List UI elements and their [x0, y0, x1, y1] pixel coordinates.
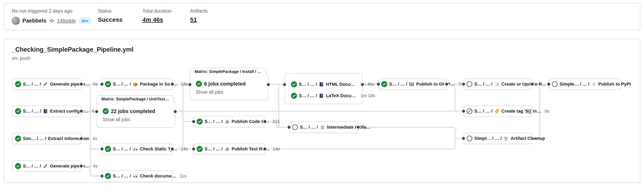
job-duration: 14s	[271, 146, 280, 152]
pencil-emoji-icon	[43, 163, 48, 169]
job-prefix: S… / … /	[389, 82, 407, 87]
connector-dot	[282, 83, 287, 87]
job-prefix: S… / … /	[204, 146, 222, 152]
show-all-jobs-link[interactable]: Show all jobs	[190, 87, 268, 95]
job-node-intermediate-artifacts[interactable]: S… / … / Intermediate Artifa…	[289, 122, 358, 133]
job-duration: 3s	[91, 82, 98, 87]
job-node-publish-code-coverage[interactable]: S… / … / Publish Code C… 22s	[194, 116, 265, 127]
rerun-label: Re-run triggered 2 days ago	[12, 8, 92, 14]
job-prefix: S… / … /	[299, 93, 317, 98]
job-node-extract-information[interactable]: Sim… / … / Extract Information 4s	[12, 133, 81, 144]
connector-dot	[170, 147, 174, 151]
skipped-icon	[292, 124, 298, 130]
success-icon	[15, 108, 21, 114]
matrix-summary: 6 jobs completed	[204, 81, 246, 87]
job-row-html-documentation[interactable]: S… / … / HTML Docu… 1m 46s	[291, 81, 362, 87]
success-icon	[196, 146, 203, 152]
connector-dot	[266, 83, 270, 87]
connector-dot	[287, 125, 291, 129]
success-icon	[105, 146, 111, 152]
connector-dot	[462, 82, 466, 86]
job-prefix: S… / … /	[113, 146, 131, 152]
connector-dot	[173, 110, 177, 114]
connector-dot	[188, 83, 192, 87]
books-emoji-icon	[409, 82, 414, 87]
connector-dot	[530, 82, 534, 86]
job-prefix: S… / … /	[23, 109, 41, 114]
connector-dot	[263, 119, 267, 124]
connector-dot	[79, 164, 84, 168]
avatar[interactable]	[12, 17, 20, 25]
job-duration: 1m 18s	[359, 93, 375, 98]
matrix-node-unittest[interactable]: 22 jobs completed Show all jobs	[96, 102, 175, 128]
job-node-check-static-typing[interactable]: S… / … / Check Static Ty… 14s	[102, 143, 172, 155]
artifacts-count-link[interactable]: 51	[190, 16, 208, 23]
job-label: Generate pipelin…	[50, 163, 89, 169]
success-icon	[105, 81, 111, 87]
wastebasket-emoji-icon	[320, 125, 325, 130]
success-icon	[381, 81, 387, 87]
job-node-artifact-cleanup[interactable]: Simpl… / … / Artifact Cleanup	[464, 133, 532, 144]
status-value: Success	[98, 16, 122, 23]
job-label: LaTeX Docu…	[326, 93, 356, 98]
connector-dot	[360, 83, 364, 87]
matrix-tab-label: Matrix: SimplePackage / UnitTest…	[102, 97, 169, 101]
eyes-emoji-icon	[133, 146, 138, 152]
job-duration: 4s	[91, 163, 98, 169]
job-node-publish-to-pypi[interactable]: Simple… / … / Publish to PyPI	[549, 78, 621, 90]
git-commit-icon	[49, 18, 54, 24]
job-duration: 0s	[543, 109, 549, 114]
job-group-documentation[interactable]: S… / … / HTML Docu… 1m 46s S… / … / LaTe…	[284, 73, 362, 104]
job-node-check-documentation[interactable]: S… / … / Check docume… 11s	[102, 170, 172, 182]
job-duration: 14s	[179, 146, 188, 152]
matrix-node-install[interactable]: 6 jobs completed Show all jobs	[190, 74, 268, 100]
job-node-generate-pipeline-1[interactable]: S… / … / Generate pipelin… 3s	[12, 78, 81, 90]
success-icon	[15, 81, 21, 87]
job-node-create-or-update-release[interactable]: S… / … / Create or Update R…	[464, 78, 532, 90]
show-all-jobs-link[interactable]: Show all jobs	[97, 114, 175, 122]
connector-dot	[79, 109, 84, 113]
connector-dot	[94, 110, 99, 114]
success-icon	[291, 81, 297, 87]
job-node-extract-configuration[interactable]: S… / … / Extract configur… 6s	[12, 105, 81, 117]
job-prefix: S… / … /	[23, 82, 41, 87]
success-icon	[15, 136, 21, 142]
duration-value-link[interactable]: 4m 46s	[142, 16, 172, 23]
connector-dot	[79, 137, 84, 141]
run-summary-card: Re-run triggered 2 days ago Paebbels 148…	[4, 3, 640, 30]
connector-dot	[376, 82, 380, 86]
skipped-slash-icon	[466, 108, 472, 114]
job-duration: 18s	[179, 82, 188, 87]
commit-sha-link[interactable]: 148adde	[57, 18, 76, 24]
job-prefix: S… / … /	[474, 82, 492, 87]
pencil-emoji-icon	[43, 82, 48, 87]
job-node-package-in-source[interactable]: S… / … / Package in Sou… 18s	[102, 78, 172, 90]
job-duration: 4s	[91, 136, 97, 141]
connector-dot	[100, 82, 104, 86]
matrix-tab-label: Matrix: SimplePackage / Install / …	[194, 69, 261, 74]
success-icon	[15, 163, 21, 169]
eyes-emoji-icon	[133, 173, 138, 179]
success-icon	[105, 173, 111, 179]
status-label: Status	[98, 8, 122, 14]
job-prefix: Sim… / … /	[23, 136, 46, 141]
job-prefix: S… / … /	[300, 125, 318, 130]
job-prefix: S… / … /	[113, 82, 131, 87]
job-node-create-tag[interactable]: S… / … / Create tag '${{ in… 0s	[464, 105, 532, 117]
connector-dot	[170, 82, 174, 86]
job-row-latex-documentation[interactable]: S… / … / LaTeX Docu… 1m 18s	[291, 93, 362, 99]
job-label: Check docume…	[140, 173, 176, 179]
job-node-publish-test-results[interactable]: S… / … / Publish Test Re… 14s	[194, 143, 265, 155]
job-label: Publish to GH-P…	[416, 82, 454, 87]
job-node-generate-pipeline-2[interactable]: S… / … / Generate pipelin… 4s	[12, 160, 81, 172]
branch-badge[interactable]: dev	[78, 17, 92, 24]
actor-link[interactable]: Paebbels	[22, 18, 46, 24]
connector-dot	[79, 82, 84, 86]
job-label: Artifact Cleanup	[510, 136, 545, 141]
success-icon	[196, 81, 202, 87]
connector-dot	[192, 119, 196, 124]
job-node-publish-to-gh-pages[interactable]: S… / … / Publish to GH-P… 7s	[378, 78, 447, 90]
matrix-tab-unittest: Matrix: SimplePackage / UnitTest…	[96, 95, 174, 102]
matrix-summary: 22 jobs completed	[111, 108, 155, 114]
success-icon	[196, 118, 203, 125]
